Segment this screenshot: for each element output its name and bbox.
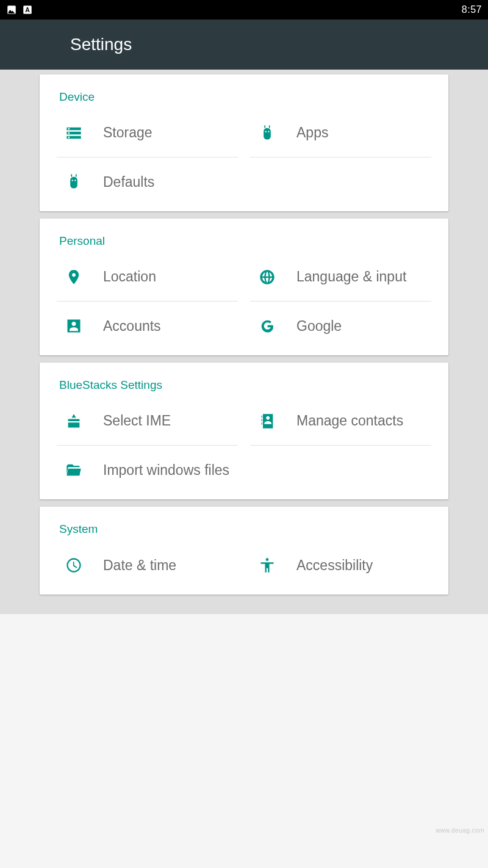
storage-icon bbox=[63, 122, 85, 144]
defaults-icon bbox=[63, 171, 85, 193]
item-accounts[interactable]: Accounts bbox=[57, 302, 238, 350]
empty-cell bbox=[250, 157, 431, 206]
item-label: Accessibility bbox=[296, 557, 373, 574]
accessibility-icon bbox=[256, 554, 278, 576]
location-icon bbox=[63, 266, 85, 288]
item-google[interactable]: Google bbox=[250, 302, 431, 350]
svg-point-7 bbox=[266, 558, 269, 561]
item-label: Google bbox=[296, 318, 342, 335]
apps-icon bbox=[256, 122, 278, 144]
section-title-personal: Personal bbox=[40, 219, 448, 253]
item-label: Import windows files bbox=[103, 462, 229, 479]
accounts-icon bbox=[63, 315, 85, 337]
section-title-bluestacks: BlueStacks Settings bbox=[40, 363, 448, 397]
item-label: Defaults bbox=[103, 174, 154, 190]
empty-area bbox=[0, 614, 488, 868]
item-select-ime[interactable]: Select IME bbox=[57, 397, 238, 446]
item-language-input[interactable]: Language & input bbox=[250, 253, 431, 302]
svg-rect-4 bbox=[269, 125, 270, 128]
watermark: www.deuag.com bbox=[436, 827, 484, 834]
app-bar: Settings bbox=[0, 20, 488, 70]
image-icon bbox=[6, 4, 17, 15]
section-title-system: System bbox=[40, 507, 448, 541]
clock-icon bbox=[63, 554, 85, 576]
item-date-time[interactable]: Date & time bbox=[57, 541, 238, 590]
item-location[interactable]: Location bbox=[57, 253, 238, 302]
item-storage[interactable]: Storage bbox=[57, 109, 238, 157]
item-accessibility[interactable]: Accessibility bbox=[250, 541, 431, 590]
contacts-icon bbox=[256, 410, 278, 432]
card-system: System Date & time Accessibility bbox=[40, 507, 448, 595]
item-label: Manage contacts bbox=[296, 413, 403, 429]
status-time: 8:57 bbox=[462, 4, 482, 15]
svg-rect-5 bbox=[71, 174, 72, 177]
item-manage-contacts[interactable]: Manage contacts bbox=[250, 397, 431, 446]
screen: A 8:57 Settings Device Storage bbox=[0, 0, 488, 868]
item-label: Language & input bbox=[296, 269, 406, 285]
page-title: Settings bbox=[70, 35, 132, 54]
google-icon bbox=[256, 315, 278, 337]
globe-icon bbox=[256, 266, 278, 288]
card-bluestacks: BlueStacks Settings Select IME Manage co… bbox=[40, 363, 448, 499]
card-personal: Personal Location Language & input bbox=[40, 219, 448, 355]
item-import-windows-files[interactable]: Import windows files bbox=[57, 446, 238, 494]
item-label: Select IME bbox=[103, 413, 171, 429]
item-label: Location bbox=[103, 269, 156, 285]
item-defaults[interactable]: Defaults bbox=[57, 157, 238, 206]
item-label: Apps bbox=[296, 125, 328, 141]
item-label: Accounts bbox=[103, 318, 161, 335]
keyboard-icon bbox=[63, 410, 85, 432]
content: Device Storage Apps bbox=[0, 70, 488, 868]
section-title-device: Device bbox=[40, 74, 448, 109]
empty-cell bbox=[250, 446, 431, 494]
folder-open-icon bbox=[63, 459, 85, 481]
svg-rect-6 bbox=[76, 174, 77, 177]
font-icon: A bbox=[22, 4, 33, 15]
svg-rect-3 bbox=[264, 125, 265, 128]
status-icons-left: A bbox=[6, 4, 33, 15]
svg-text:A: A bbox=[25, 6, 30, 13]
item-label: Storage bbox=[103, 125, 152, 141]
status-bar: A 8:57 bbox=[0, 0, 488, 20]
card-device: Device Storage Apps bbox=[40, 74, 448, 211]
item-apps[interactable]: Apps bbox=[250, 109, 431, 157]
item-label: Date & time bbox=[103, 557, 176, 574]
